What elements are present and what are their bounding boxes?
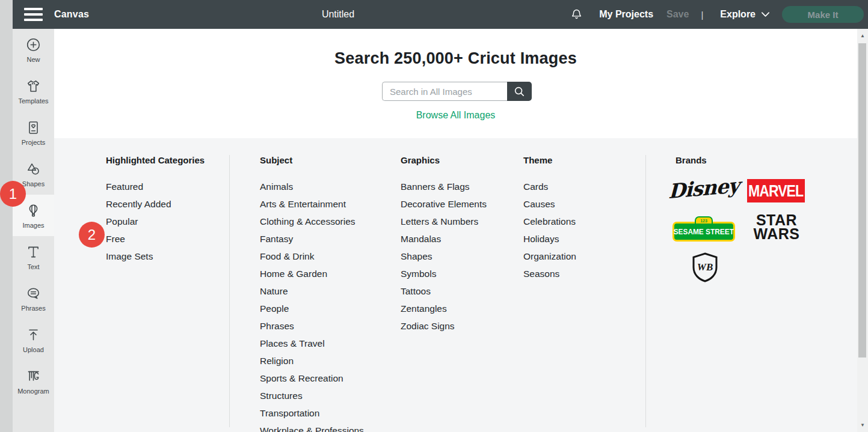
menu-hamburger-button[interactable] [24, 8, 43, 21]
category-link[interactable]: Home & Garden [260, 265, 364, 282]
save-button[interactable]: Save [666, 9, 689, 20]
category-link[interactable]: Mandalas [401, 230, 487, 248]
sesame-123-badge: 123 [695, 216, 713, 225]
category-link[interactable]: Structures [260, 387, 364, 404]
theme-list: CardsCausesCelebrationsHolidaysOrganizat… [523, 178, 576, 282]
category-link[interactable]: Fantasy [260, 230, 364, 248]
category-link[interactable]: Organization [523, 248, 576, 265]
sidebar-item-label: Text [27, 263, 39, 270]
category-link[interactable]: Featured [106, 178, 205, 195]
browse-all-images-link[interactable]: Browse All Images [416, 110, 496, 120]
column-theme: Theme CardsCausesCelebrationsHolidaysOrg… [523, 155, 576, 282]
sidebar-item-new[interactable]: New [13, 29, 54, 70]
warner-bros-logo[interactable]: WB [692, 252, 718, 282]
graphics-list: Banners & FlagsDecorative ElementsLetter… [401, 178, 487, 335]
annotation-step-2-badge: 2 [79, 222, 105, 248]
explore-menu[interactable]: Explore [720, 9, 770, 20]
top-bar: Canvas Untitled My Projects Save | Explo… [13, 0, 868, 29]
column-divider [645, 155, 646, 427]
category-link[interactable]: Image Sets [106, 248, 205, 265]
category-link[interactable]: Places & Travel [260, 335, 364, 352]
category-link[interactable]: Sports & Recreation [260, 370, 364, 387]
sidebar-item-label: Phrases [21, 305, 45, 312]
sidebar-item-monogram[interactable]: Monogram [13, 361, 54, 402]
notifications-bell-icon[interactable] [570, 7, 583, 22]
column-header: Brands [676, 155, 707, 165]
sidebar-item-phrases[interactable]: Phrases [13, 278, 54, 319]
column-header: Theme [523, 155, 576, 165]
sidebar-item-text[interactable]: Text [13, 236, 54, 278]
monogram-mg-icon [25, 368, 42, 385]
star-wars-logo[interactable]: STAR WARS [748, 213, 805, 246]
sidebar-item-label: Shapes [22, 180, 45, 187]
category-link[interactable]: People [260, 300, 364, 317]
category-link[interactable]: Shapes [401, 248, 487, 265]
page-title: Search 250,000+ Cricut Images [54, 49, 857, 68]
search-input[interactable] [382, 82, 507, 101]
category-link[interactable]: Causes [523, 195, 576, 213]
scrollbar-thumb[interactable] [858, 43, 866, 357]
scroll-down-arrow[interactable]: ▼ [857, 421, 868, 430]
category-link[interactable]: Cards [523, 178, 576, 195]
category-link[interactable]: Decorative Elements [401, 195, 487, 213]
tool-sidebar: New Templates Projects Shapes [13, 29, 54, 432]
image-categories-panel: Highlighted Categories FeaturedRecently … [54, 138, 857, 432]
search-button[interactable] [507, 82, 532, 101]
topbar-actions: My Projects Save | Explore Make It [570, 0, 864, 29]
disney-logo[interactable]: Disney [671, 173, 736, 203]
category-link[interactable]: Religion [260, 352, 364, 370]
category-link[interactable]: Letters & Numbers [401, 213, 487, 230]
highlighted-categories-list: FeaturedRecently AddedPopularFreeImage S… [106, 178, 205, 265]
document-title[interactable]: Untitled [322, 9, 354, 20]
category-link[interactable]: Workplace & Professions [260, 422, 364, 432]
topbar-divider: | [701, 10, 703, 20]
column-header: Subject [260, 155, 364, 165]
project-card-heart-icon [25, 120, 42, 136]
sidebar-item-templates[interactable]: Templates [13, 70, 54, 112]
speech-bubble-icon [25, 285, 42, 302]
category-link[interactable]: Transportation [260, 404, 364, 422]
column-graphics: Graphics Banners & FlagsDecorative Eleme… [401, 155, 487, 335]
hot-air-balloon-icon [25, 202, 42, 219]
category-link[interactable]: Recently Added [106, 195, 205, 213]
category-link[interactable]: Food & Drink [260, 248, 364, 265]
make-it-button[interactable]: Make It [782, 6, 864, 23]
category-link[interactable]: Celebrations [523, 213, 576, 230]
sidebar-item-upload[interactable]: Upload [13, 319, 54, 361]
sidebar-item-label: New [26, 56, 40, 63]
sidebar-item-label: Upload [23, 346, 44, 353]
category-link[interactable]: Popular [106, 213, 205, 230]
scroll-up-arrow[interactable]: ▲ [857, 32, 868, 40]
search-icon [513, 85, 526, 98]
category-link[interactable]: Seasons [523, 265, 576, 282]
my-projects-button[interactable]: My Projects [599, 9, 653, 20]
category-link[interactable]: Free [106, 230, 205, 248]
sidebar-item-label: Templates [18, 97, 48, 105]
category-link[interactable]: Zodiac Signs [401, 317, 487, 335]
category-link[interactable]: Symbols [401, 265, 487, 282]
category-link[interactable]: Tattoos [401, 282, 487, 300]
category-link[interactable]: Zentangles [401, 300, 487, 317]
category-link[interactable]: Nature [260, 282, 364, 300]
sidebar-item-projects[interactable]: Projects [13, 112, 54, 153]
category-link[interactable]: Clothing & Accessories [260, 213, 364, 230]
triangle-circle-icon [25, 161, 42, 177]
category-link[interactable]: Arts & Entertainment [260, 195, 364, 213]
vertical-scrollbar[interactable]: ▲ ▼ [857, 29, 868, 432]
category-link[interactable]: Holidays [523, 230, 576, 248]
annotation-step-1-badge: 1 [0, 181, 26, 207]
upload-arrow-icon [25, 327, 42, 343]
image-search-bar [382, 82, 532, 101]
cricut-design-space-app: Canvas Untitled My Projects Save | Explo… [0, 0, 868, 432]
sesame-street-logo[interactable]: 123 SESAME STREET [673, 218, 735, 242]
window-edge-strip [0, 0, 13, 432]
column-header: Graphics [401, 155, 487, 165]
marvel-logo[interactable]: MARVEL [747, 179, 805, 202]
canvas-label[interactable]: Canvas [54, 9, 89, 20]
category-link[interactable]: Animals [260, 178, 364, 195]
explore-label: Explore [720, 9, 756, 20]
category-link[interactable]: Phrases [260, 317, 364, 335]
category-link[interactable]: Banners & Flags [401, 178, 487, 195]
svg-text:WB: WB [697, 261, 713, 273]
chevron-down-icon [761, 11, 770, 17]
